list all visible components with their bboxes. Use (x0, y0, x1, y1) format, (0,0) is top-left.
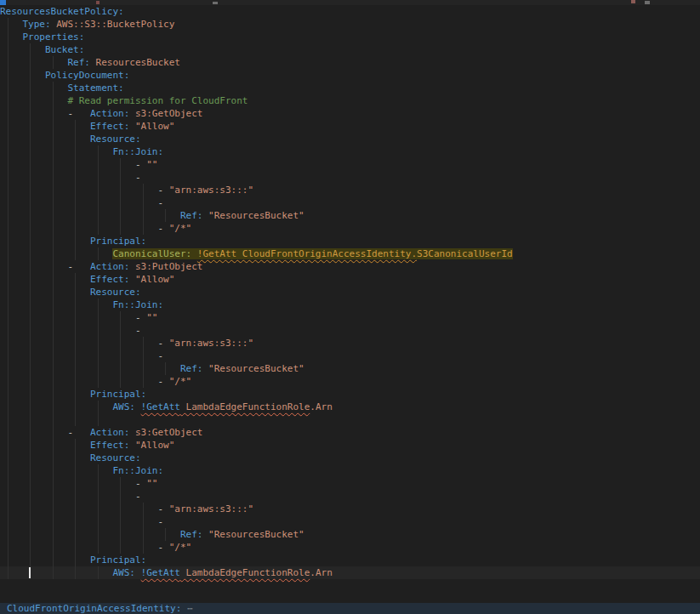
code-token: Principal: (90, 236, 146, 247)
code-line[interactable]: - "/*" (0, 375, 700, 388)
code-line[interactable]: Fn::Join: (0, 298, 700, 311)
indent-guide (30, 171, 31, 184)
code-token: - (0, 197, 163, 208)
code-editor[interactable]: ResourcesBucketPolicy: Type: AWS::S3::Bu… (0, 0, 700, 614)
indent-guide (98, 541, 99, 554)
code-token: "ResourcesBucket" (208, 363, 304, 374)
indent-guide (75, 158, 76, 171)
code-token: ResourcesBucketPolicy: (0, 6, 124, 17)
code-line[interactable]: - "arn:aws:s3:::" (0, 503, 700, 515)
code-token (0, 567, 112, 578)
code-token (0, 44, 45, 55)
code-line[interactable]: Bucket: (0, 43, 700, 56)
code-line[interactable]: Fn::Join: (0, 464, 700, 477)
indent-guide (98, 158, 99, 171)
indent-guide (53, 298, 54, 311)
code-line[interactable]: - Action: s3:PutObject (0, 260, 700, 273)
code-line[interactable]: ResourcesBucketPolicy: (0, 5, 700, 18)
code-token: Resource: (90, 287, 141, 298)
code-line[interactable]: AWS: !GetAtt LambdaEdgeFunctionRole.Arn (0, 401, 700, 413)
code-line[interactable]: CanonicalUser: !GetAtt CloudFrontOriginA… (0, 247, 700, 260)
code-token: Resource: (90, 134, 141, 145)
code-line[interactable]: - (0, 490, 700, 503)
indent-guide (53, 490, 54, 503)
code-line[interactable] (0, 413, 700, 426)
indent-guide (143, 196, 144, 209)
code-line[interactable]: - (0, 324, 700, 337)
folded-next-resource-line[interactable]: CloudFrontOriginAccessIdentity: ⋯ (0, 603, 700, 614)
code-token (135, 401, 141, 412)
code-token: Effect: (90, 274, 129, 285)
code-token: "/*" (169, 542, 192, 553)
indent-guide (8, 94, 9, 107)
code-line[interactable]: Ref: "ResourcesBucket" (0, 528, 700, 541)
code-token: - (0, 108, 90, 119)
code-token: .Arn (310, 401, 333, 412)
code-line[interactable]: - "" (0, 158, 700, 171)
code-line[interactable]: - (0, 350, 700, 362)
code-line[interactable]: Statement: (0, 82, 700, 94)
indent-guide (75, 452, 76, 464)
indent-guide (75, 362, 76, 375)
indent-guide (75, 401, 76, 413)
code-line[interactable]: # Read permission for CloudFront (0, 94, 700, 107)
code-line[interactable]: - "" (0, 477, 700, 490)
code-line[interactable]: - (0, 515, 700, 528)
code-line[interactable]: Resource: (0, 133, 700, 145)
code-line[interactable]: - (0, 196, 700, 209)
folded-ellipsis-icon[interactable]: ⋯ (181, 603, 192, 614)
code-line[interactable]: Ref: "ResourcesBucket" (0, 209, 700, 222)
indent-guide (120, 222, 121, 235)
indent-guide (98, 324, 99, 337)
code-line[interactable]: - "/*" (0, 541, 700, 554)
code-token: - (0, 376, 169, 387)
code-line[interactable]: Resource: (0, 452, 700, 464)
code-line[interactable]: Principal: (0, 388, 700, 401)
text-cursor (29, 567, 31, 578)
indent-guide (30, 120, 31, 133)
code-line[interactable]: Properties: (0, 31, 700, 43)
code-token: Principal: (90, 554, 146, 566)
indent-guide (8, 260, 9, 273)
code-line[interactable]: Fn::Join: (0, 145, 700, 158)
code-token (0, 134, 90, 145)
code-line[interactable]: Effect: "Allow" (0, 120, 700, 133)
indent-guide (8, 362, 9, 375)
code-token: "" (146, 478, 157, 489)
code-token: Ref: (180, 363, 203, 374)
code-line[interactable]: - Action: s3:GetObject (0, 426, 700, 439)
indent-guide (30, 260, 31, 273)
code-line[interactable]: - (0, 171, 700, 184)
code-line[interactable]: Effect: "Allow" (0, 273, 700, 286)
code-line[interactable]: Type: AWS::S3::BucketPolicy (0, 18, 700, 31)
indent-guide (8, 133, 9, 145)
code-line[interactable]: Principal: (0, 235, 700, 247)
code-token (0, 95, 67, 106)
code-line[interactable]: Ref: ResourcesBucket (0, 56, 700, 69)
indent-guide (75, 503, 76, 515)
indent-guide (53, 158, 54, 171)
code-token (0, 452, 90, 463)
indent-guide (75, 566, 76, 579)
code-area[interactable]: ResourcesBucketPolicy: Type: AWS::S3::Bu… (0, 5, 700, 579)
indent-guide (75, 337, 76, 350)
indent-guide (53, 324, 54, 337)
code-line[interactable]: - "" (0, 311, 700, 324)
code-line[interactable]: Ref: "ResourcesBucket" (0, 362, 700, 375)
indent-guide (53, 209, 54, 222)
indent-guide (53, 82, 54, 94)
indent-guide (53, 452, 54, 464)
indent-guide (143, 528, 144, 541)
code-line[interactable]: - "arn:aws:s3:::" (0, 337, 700, 350)
code-token: Principal: (90, 389, 146, 400)
code-line[interactable]: Effect: "Allow" (0, 439, 700, 452)
code-token (0, 389, 90, 400)
code-line[interactable]: PolicyDocument: (0, 69, 700, 82)
code-line[interactable]: - "/*" (0, 222, 700, 235)
code-line[interactable]: AWS: !GetAtt LambdaEdgeFunctionRole.Arn (0, 566, 700, 579)
code-line[interactable]: - "arn:aws:s3:::" (0, 184, 700, 196)
code-line[interactable]: Resource: (0, 286, 700, 298)
code-line[interactable]: - Action: s3:GetObject (0, 107, 700, 120)
indent-guide (8, 247, 9, 260)
code-line[interactable]: Principal: (0, 554, 700, 566)
